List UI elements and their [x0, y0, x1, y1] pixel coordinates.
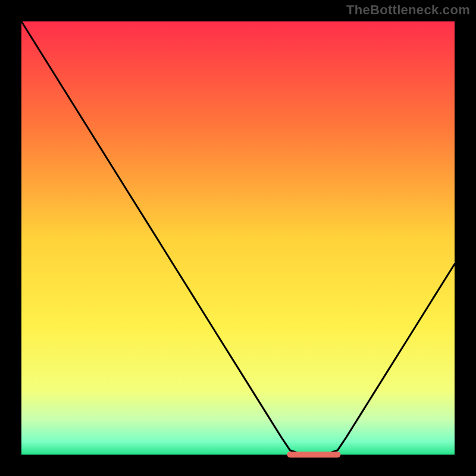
chart-frame: TheBottleneck.com [0, 0, 476, 476]
bottleneck-chart [0, 0, 476, 476]
attribution-label: TheBottleneck.com [346, 2, 470, 18]
plot-background [21, 21, 455, 455]
